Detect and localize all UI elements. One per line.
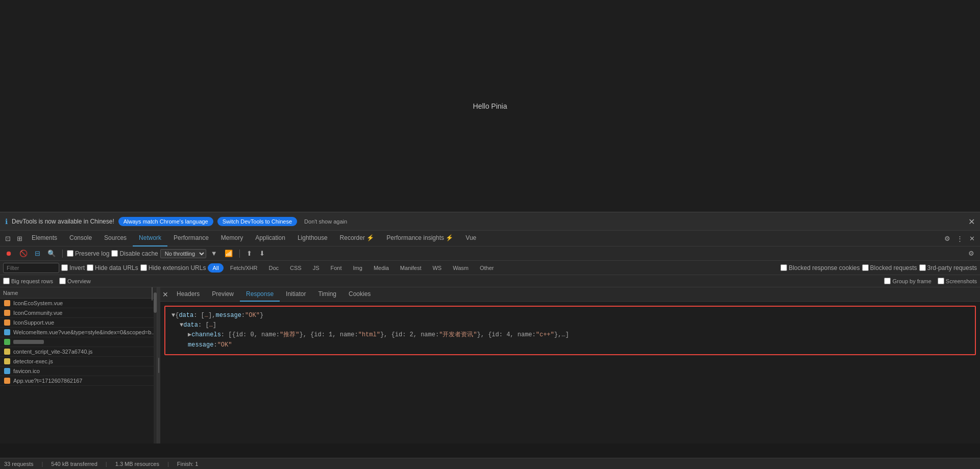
tab-lighthouse[interactable]: Lighthouse xyxy=(291,230,334,246)
throttle-select[interactable]: No throttling xyxy=(160,249,206,258)
json-line-1: ▼ { data : [ … ], message : "OK" } xyxy=(172,311,969,320)
json-response-content: ▼ { data : [ … ], message : "OK" } ▼ dat… xyxy=(164,306,976,355)
panel-resize-handle[interactable] xyxy=(157,287,160,443)
export-button[interactable]: ⬇ xyxy=(257,249,267,258)
third-party-requests-label[interactable]: 3rd-party requests xyxy=(919,264,977,271)
file-item-favicon[interactable]: favicon.ico xyxy=(0,366,157,376)
filter-manifest-button[interactable]: Manifest xyxy=(396,263,426,273)
network-conditions-icon[interactable]: 📶 xyxy=(222,249,235,258)
filter-wasm-button[interactable]: Wasm xyxy=(448,263,473,273)
tab-recorder[interactable]: Recorder ⚡ xyxy=(334,230,381,246)
tab-perf-insights[interactable]: Performance insights ⚡ xyxy=(380,230,459,246)
match-language-button[interactable]: Always match Chrome's language xyxy=(118,217,213,226)
blocked-cookies-checkbox[interactable] xyxy=(780,264,787,271)
tab-application[interactable]: Application xyxy=(249,230,291,246)
scroll-indicator[interactable] xyxy=(154,287,157,443)
filter-other-button[interactable]: Other xyxy=(475,263,499,273)
file-item-iconsupport[interactable]: IconSupport.vue xyxy=(0,318,157,328)
status-bar: 33 requests | 540 kB transferred | 1.3 M… xyxy=(0,458,980,469)
hide-data-urls-checkbox[interactable] xyxy=(87,264,93,271)
file-item-detector-exec[interactable]: detector-exec.js xyxy=(0,357,157,366)
device-toolbar-icon[interactable]: ⊞ xyxy=(14,233,26,244)
tab-network[interactable]: Network xyxy=(133,230,167,246)
file-type-icon xyxy=(4,358,10,364)
filter-input[interactable] xyxy=(3,263,59,273)
more-options-icon[interactable]: ⋮ xyxy=(953,233,966,244)
clear-button[interactable]: 🚫 xyxy=(17,249,30,258)
disable-cache-checkbox[interactable] xyxy=(111,250,118,257)
tab-sources[interactable]: Sources xyxy=(98,230,133,246)
file-item-iconecosystem[interactable]: IconEcoSystem.vue xyxy=(0,299,157,308)
filter-doc-button[interactable]: Doc xyxy=(264,263,284,273)
overview-label[interactable]: Overview xyxy=(59,278,91,284)
name-column-header: Name xyxy=(3,290,18,296)
filter-fetchxhr-button[interactable]: Fetch/XHR xyxy=(226,263,262,273)
scroll-thumb[interactable] xyxy=(154,292,157,313)
expand-icon-1[interactable]: ▼ xyxy=(172,311,175,320)
filter-media-button[interactable]: Media xyxy=(369,263,394,273)
blocked-cookies-label[interactable]: Blocked response cookies xyxy=(780,264,860,271)
close-devtools-button[interactable]: ✕ xyxy=(966,233,978,244)
file-type-icon xyxy=(4,300,10,306)
file-item-iconcommunity[interactable]: IconCommunity.vue xyxy=(0,308,157,318)
invert-label[interactable]: Invert xyxy=(61,264,85,271)
filter-ws-button[interactable]: WS xyxy=(428,263,446,273)
separator-2 xyxy=(239,250,240,258)
tab-elements[interactable]: Elements xyxy=(26,230,63,246)
file-item-blank[interactable] xyxy=(0,337,157,347)
filter-font-button[interactable]: Font xyxy=(326,263,347,273)
group-by-frame-label[interactable]: Group by frame xyxy=(884,278,931,284)
search-button[interactable]: 🔍 xyxy=(45,249,58,258)
resp-tab-timing[interactable]: Timing xyxy=(312,287,342,302)
tab-performance[interactable]: Performance xyxy=(167,230,215,246)
resp-tab-response[interactable]: Response xyxy=(240,287,280,302)
preserve-log-label[interactable]: Preserve log xyxy=(67,250,109,257)
switch-to-chinese-button[interactable]: Switch DevTools to Chinese xyxy=(217,217,297,226)
resp-tab-headers[interactable]: Headers xyxy=(170,287,206,302)
big-request-rows-checkbox[interactable] xyxy=(3,278,10,284)
tab-memory[interactable]: Memory xyxy=(215,230,249,246)
dont-show-again-button[interactable]: Don't show again xyxy=(301,217,350,226)
hide-ext-urls-label[interactable]: Hide extension URLs xyxy=(140,264,206,271)
screenshots-label[interactable]: Screenshots xyxy=(938,278,977,284)
expand-icon-2[interactable]: ▼ xyxy=(180,320,183,330)
expand-icon-3[interactable]: ▶ xyxy=(188,330,191,340)
big-request-rows-label[interactable]: Big request rows xyxy=(3,278,53,284)
hide-ext-urls-checkbox[interactable] xyxy=(140,264,147,271)
throttle-dropdown-icon[interactable]: ▼ xyxy=(208,249,220,258)
options-row: Big request rows Overview Group by frame… xyxy=(0,275,980,287)
file-item-welcomeitem[interactable]: WelcomeItem.vue?vue&type=style&index=0&s… xyxy=(0,328,157,337)
record-button[interactable]: ⏺ xyxy=(3,249,15,258)
screenshots-checkbox[interactable] xyxy=(938,278,944,284)
tab-vue[interactable]: Vue xyxy=(459,230,482,246)
filter-img-button[interactable]: Img xyxy=(349,263,367,273)
close-response-panel-button[interactable]: ✕ xyxy=(162,290,168,299)
network-settings-icon[interactable]: ⚙ xyxy=(966,249,977,258)
blocked-requests-checkbox[interactable] xyxy=(862,264,869,271)
resp-tab-initiator[interactable]: Initiator xyxy=(280,287,312,302)
tab-console[interactable]: Console xyxy=(63,230,98,246)
disable-cache-label[interactable]: Disable cache xyxy=(111,250,158,257)
preserve-log-checkbox[interactable] xyxy=(67,250,74,257)
import-button[interactable]: ⬆ xyxy=(244,249,255,258)
inspect-element-icon[interactable]: ⊡ xyxy=(2,233,14,244)
close-notification-button[interactable]: ✕ xyxy=(968,216,975,226)
resp-tab-preview[interactable]: Preview xyxy=(206,287,240,302)
file-type-icon xyxy=(4,329,10,335)
filter-toggle-button[interactable]: ⊟ xyxy=(32,249,43,258)
overview-checkbox[interactable] xyxy=(59,278,66,284)
group-by-frame-checkbox[interactable] xyxy=(884,278,891,284)
invert-checkbox[interactable] xyxy=(61,264,68,271)
json-line-2: ▼ data : [ … ] xyxy=(172,320,969,330)
hide-data-urls-label[interactable]: Hide data URLs xyxy=(87,264,138,271)
blocked-requests-label[interactable]: Blocked requests xyxy=(862,264,917,271)
file-item-appvue[interactable]: App.vue?t=1712607862167 xyxy=(0,376,157,386)
filter-css-button[interactable]: CSS xyxy=(285,263,306,273)
network-content-area: Name IconEcoSystem.vue IconCommunity.vue… xyxy=(0,287,980,443)
filter-js-button[interactable]: JS xyxy=(308,263,324,273)
settings-icon[interactable]: ⚙ xyxy=(941,233,953,244)
filter-all-button[interactable]: All xyxy=(208,263,223,273)
third-party-requests-checkbox[interactable] xyxy=(919,264,926,271)
resp-tab-cookies[interactable]: Cookies xyxy=(342,287,377,302)
file-item-content-script[interactable]: content_script_vite-327a6740.js xyxy=(0,347,157,357)
